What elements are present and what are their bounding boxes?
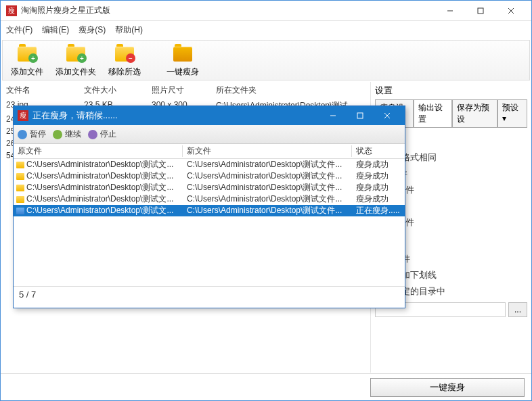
settings-title: 设置 bbox=[375, 85, 527, 97]
add-folder-label: 添加文件夹 bbox=[56, 66, 96, 78]
folder-icon bbox=[16, 162, 24, 168]
col-size[interactable]: 文件大小 bbox=[84, 85, 152, 96]
stop-label: 停止 bbox=[100, 128, 116, 140]
stop-icon bbox=[88, 130, 97, 139]
folder-icon bbox=[16, 173, 24, 180]
col-folder[interactable]: 所在文件夹 bbox=[216, 85, 365, 96]
folder-icon bbox=[16, 208, 24, 214]
folder-icon bbox=[16, 196, 24, 203]
continue-button[interactable]: 继续 bbox=[53, 128, 81, 140]
menu-file[interactable]: 文件(F) bbox=[6, 24, 32, 36]
progress-row[interactable]: C:\Users\Administrator\Desktop\测试文...C:\… bbox=[14, 205, 405, 216]
dialog-app-icon: 瘦 bbox=[18, 110, 28, 121]
maximize-button[interactable] bbox=[465, 1, 495, 20]
progress-dialog: 瘦 正在瘦身，请稍候...... 暂停 继续 停止 原文件 新文件 状态 C:\… bbox=[13, 105, 405, 308]
remove-selected-label: 移除所选 bbox=[108, 66, 141, 78]
svg-rect-5 bbox=[357, 113, 363, 118]
progress-row[interactable]: C:\Users\Administrator\Desktop\测试文...C:\… bbox=[14, 182, 405, 193]
dialog-toolbar: 暂停 继续 停止 bbox=[14, 125, 405, 144]
one-key-button[interactable]: 一键瘦身 bbox=[164, 41, 202, 79]
menu-edit[interactable]: 编辑(E) bbox=[42, 24, 69, 36]
stop-button[interactable]: 停止 bbox=[88, 128, 116, 140]
minimize-button[interactable] bbox=[435, 1, 465, 20]
remove-selected-icon: − bbox=[114, 43, 135, 64]
progress-row[interactable]: C:\Users\Administrator\Desktop\测试文...C:\… bbox=[14, 159, 405, 170]
dialog-maximize-button[interactable] bbox=[347, 108, 374, 123]
add-file-button[interactable]: + 添加文件 bbox=[8, 41, 46, 79]
add-folder-button[interactable]: + 添加文件夹 bbox=[53, 41, 99, 79]
dialog-close-button[interactable] bbox=[374, 108, 401, 123]
add-file-label: 添加文件 bbox=[11, 66, 43, 78]
continue-icon bbox=[53, 130, 62, 139]
tab-save-preset[interactable]: 保存为预设 bbox=[452, 99, 498, 128]
menu-shoushen[interactable]: 瘦身(S) bbox=[79, 24, 106, 36]
run-button[interactable]: 一键瘦身 bbox=[370, 378, 525, 397]
one-key-label: 一键瘦身 bbox=[167, 66, 199, 78]
progress-row[interactable]: C:\Users\Administrator\Desktop\测试文...C:\… bbox=[14, 170, 405, 182]
col-name[interactable]: 文件名 bbox=[6, 85, 84, 96]
progress-table-header: 原文件 新文件 状态 bbox=[14, 144, 405, 159]
window-title: 淘淘照片瘦身之星正式版 bbox=[21, 5, 435, 16]
tab-output[interactable]: 输出设置 bbox=[414, 99, 452, 128]
col-source[interactable]: 原文件 bbox=[14, 145, 183, 157]
menubar: 文件(F) 编辑(E) 瘦身(S) 帮助(H) bbox=[1, 21, 531, 39]
add-folder-icon: + bbox=[65, 43, 87, 64]
progress-status: 5 / 7 bbox=[14, 286, 405, 302]
toolbar: + 添加文件 + 添加文件夹 − 移除所选 一键瘦身 bbox=[2, 40, 530, 80]
dialog-title: 正在瘦身，请稍候...... bbox=[32, 110, 319, 122]
app-icon: 瘦 bbox=[6, 5, 17, 16]
file-list-header: 文件名 文件大小 照片尺寸 所在文件夹 bbox=[1, 82, 370, 99]
col-new[interactable]: 新文件 bbox=[183, 145, 352, 157]
col-status[interactable]: 状态 bbox=[352, 145, 405, 157]
add-file-icon: + bbox=[16, 43, 38, 64]
progress-row[interactable]: C:\Users\Administrator\Desktop\测试文...C:\… bbox=[14, 193, 405, 205]
pause-button[interactable]: 暂停 bbox=[18, 128, 46, 140]
bottom-bar: 一键瘦身 bbox=[1, 373, 531, 400]
folder-icon bbox=[16, 185, 24, 191]
one-key-icon bbox=[172, 43, 194, 64]
pause-label: 暂停 bbox=[30, 128, 46, 140]
progress-table-body: C:\Users\Administrator\Desktop\测试文...C:\… bbox=[14, 159, 405, 286]
remove-selected-button[interactable]: − 移除所选 bbox=[106, 41, 143, 79]
pause-icon bbox=[18, 130, 27, 139]
titlebar: 瘦 淘淘照片瘦身之星正式版 bbox=[1, 1, 531, 21]
menu-help[interactable]: 帮助(H) bbox=[115, 24, 143, 36]
col-dim[interactable]: 照片尺寸 bbox=[152, 85, 216, 96]
dialog-titlebar: 瘦 正在瘦身，请稍候...... bbox=[14, 106, 405, 125]
dialog-minimize-button[interactable] bbox=[319, 108, 347, 123]
continue-label: 继续 bbox=[65, 128, 81, 140]
tab-preset[interactable]: 预设 ▾ bbox=[497, 99, 527, 128]
svg-rect-1 bbox=[478, 8, 483, 14]
close-button[interactable] bbox=[495, 1, 526, 20]
browse-button[interactable]: ... bbox=[508, 302, 527, 317]
